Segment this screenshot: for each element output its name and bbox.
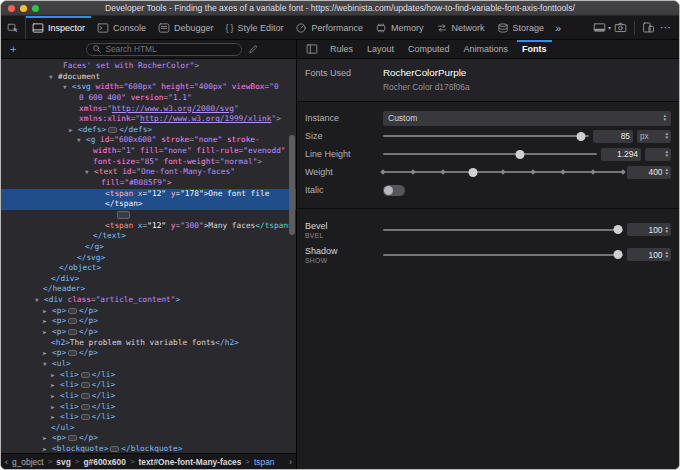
markup-line[interactable]: ▶<p></p> — [1, 348, 296, 359]
slider-thumb[interactable] — [469, 168, 478, 177]
collapsed-content-pill[interactable] — [81, 393, 90, 399]
sidebar-tab-layout[interactable]: Layout — [360, 40, 401, 58]
breadcrumb-item-g-600x600[interactable]: g#600x600 — [83, 457, 125, 467]
tab-network[interactable]: Network — [430, 16, 491, 39]
markup-line[interactable]: xmlns="http://www.w3.org/2000/svg" — [1, 104, 296, 115]
markup-line[interactable]: 0 600 400" version="1.1" — [1, 93, 296, 104]
collapsed-content-pill[interactable] — [110, 446, 119, 452]
instance-select[interactable]: Custom▴▾ — [383, 111, 671, 126]
slider-thumb[interactable] — [614, 250, 623, 259]
stepper-icon[interactable]: ▴▾ — [665, 150, 668, 157]
slider-thumb[interactable] — [515, 150, 524, 159]
meatballs-menu-icon[interactable]: ⋯ — [658, 21, 674, 34]
collapsed-content-pill[interactable] — [68, 350, 77, 356]
collapsed-content-pill[interactable] — [68, 435, 77, 441]
markup-line[interactable]: width="1" fill="none" fill-rule="evenodd… — [1, 146, 296, 157]
markup-line[interactable]: font-size="85" font-weight="normal"> — [1, 157, 296, 168]
shadow-value-input[interactable]: 100▴▾ — [627, 248, 671, 261]
collapsed-content-pill[interactable] — [81, 414, 90, 420]
slider-track[interactable] — [383, 153, 597, 155]
search-box[interactable] — [86, 43, 242, 56]
italic-toggle[interactable] — [383, 185, 405, 196]
bevel-value-input[interactable]: 100▴▾ — [627, 223, 671, 236]
eyedropper-pen-icon[interactable] — [248, 44, 258, 54]
markup-line[interactable]: <tspan x="12" y="178">One font file — [1, 189, 296, 200]
markup-line[interactable]: <tspan x="12" y="300">Many faces</tspan> — [1, 221, 296, 232]
slider-thumb[interactable] — [614, 225, 623, 234]
collapsed-content-pill[interactable] — [68, 329, 77, 335]
markup-line[interactable]: ▼<g id="600x600" stroke="none" stroke- — [1, 135, 296, 146]
collapsed-content-pill[interactable] — [117, 211, 130, 219]
sidebar-tab-animations[interactable]: Animations — [457, 40, 516, 58]
collapsed-content-pill[interactable] — [68, 318, 77, 324]
tab-performance[interactable]: Performance — [289, 16, 369, 39]
stepper-icon[interactable]: ▴▾ — [665, 132, 668, 139]
breadcrumb-scroll-right-icon[interactable]: › — [289, 457, 292, 467]
markup-line[interactable]: ▶<li></li> — [1, 391, 296, 402]
breadcrumb-item-svg[interactable]: svg — [56, 457, 70, 467]
markup-line[interactable]: Faces' set with RocherColor"> — [1, 61, 296, 72]
markup-line[interactable]: </div> — [1, 274, 296, 285]
markup-line[interactable]: ▼<text id="One-font-Many-faces" — [1, 167, 296, 178]
slider-track[interactable] — [383, 171, 623, 173]
sidebar-tab-computed[interactable]: Computed — [401, 40, 457, 58]
markup-line[interactable]: xmlns:xlink="http://www.w3.org/1999/xlin… — [1, 114, 296, 125]
slider-track[interactable] — [383, 135, 589, 137]
markup-line[interactable]: ▶<li></li> — [1, 412, 296, 423]
markup-line[interactable]: ▶<p></p> — [1, 433, 296, 444]
slider-thumb[interactable] — [576, 132, 585, 141]
sidebar-tab-rules[interactable]: Rules — [323, 40, 360, 58]
slider-track[interactable] — [383, 229, 623, 231]
tab-console[interactable]: Console — [91, 16, 152, 39]
line-height-value-input[interactable]: 1.294 — [601, 148, 641, 161]
tab-debugger[interactable]: Debugger — [152, 16, 220, 39]
collapsed-content-pill[interactable] — [81, 404, 90, 410]
markup-line[interactable]: ▶<p></p> — [1, 316, 296, 327]
markup-line[interactable]: ▶<p></p> — [1, 306, 296, 317]
scrollbar-thumb[interactable] — [289, 135, 295, 235]
tab-memory[interactable]: Memory — [369, 16, 430, 39]
breadcrumb-item-text-one-font-many-faces[interactable]: text#One-font-Many-faces — [139, 457, 242, 467]
sidebar-toggle-icon[interactable] — [302, 40, 322, 58]
minimize-window-button[interactable] — [20, 5, 27, 12]
collapsed-content-pill[interactable] — [81, 372, 90, 378]
markup-line[interactable]: </object> — [1, 263, 296, 274]
markup-line[interactable]: <h2>The problem with variable fonts</h2> — [1, 338, 296, 349]
line-height-unit-select[interactable]: ▴▾ — [645, 148, 671, 161]
stepper-icon[interactable]: ▴▾ — [665, 251, 668, 258]
size-unit-select[interactable]: px▴▾ — [637, 130, 671, 143]
dock-caret-icon[interactable]: ▾ — [608, 24, 611, 31]
breadcrumb-scroll-left-icon[interactable]: ‹ — [5, 457, 8, 467]
tab-inspector[interactable]: Inspector — [26, 16, 91, 39]
size-value-input[interactable]: 85 — [593, 130, 633, 143]
collapsed-content-pill[interactable] — [108, 127, 117, 133]
add-node-button[interactable]: + — [1, 43, 20, 55]
dock-bottom-icon[interactable] — [593, 21, 606, 34]
markup-line[interactable]: ▶<li></li> — [1, 380, 296, 391]
weight-value-input[interactable]: 400▴▾ — [627, 166, 671, 179]
collapsed-content-pill[interactable] — [81, 382, 90, 388]
markup-line[interactable]: </g> — [1, 242, 296, 253]
markup-line[interactable]: ▼<div class="article_content"> — [1, 295, 296, 306]
search-input[interactable] — [105, 44, 236, 54]
sidebar-tab-fonts[interactable]: Fonts — [515, 40, 554, 58]
stepper-icon[interactable]: ▴▾ — [665, 226, 668, 233]
markup-line[interactable]: </svg> — [1, 253, 296, 264]
markup-line[interactable]: fill="#B085F9"> — [1, 178, 296, 189]
markup-line[interactable]: </tspan> — [1, 199, 296, 210]
close-window-button[interactable] — [8, 5, 15, 12]
markup-line[interactable]: ▶<blockquote></blockquote> — [1, 444, 296, 453]
markup-line[interactable]: </ul> — [1, 423, 296, 434]
zoom-window-button[interactable] — [32, 5, 39, 12]
slider-track[interactable] — [383, 254, 623, 256]
markup-line[interactable]: ▶<li></li> — [1, 402, 296, 413]
element-picker-button[interactable] — [1, 16, 26, 39]
markup-line[interactable]: ▶<li></li> — [1, 370, 296, 381]
markup-line[interactable]: </header> — [1, 284, 296, 295]
camera-icon[interactable] — [614, 21, 627, 34]
collapsed-content-pill[interactable] — [68, 308, 77, 314]
markup-line[interactable] — [1, 210, 296, 221]
markup-line[interactable]: ▶<defs></defs> — [1, 125, 296, 136]
markup-line[interactable]: ▶<p></p> — [1, 327, 296, 338]
markup-line[interactable]: ▼#document — [1, 72, 296, 83]
